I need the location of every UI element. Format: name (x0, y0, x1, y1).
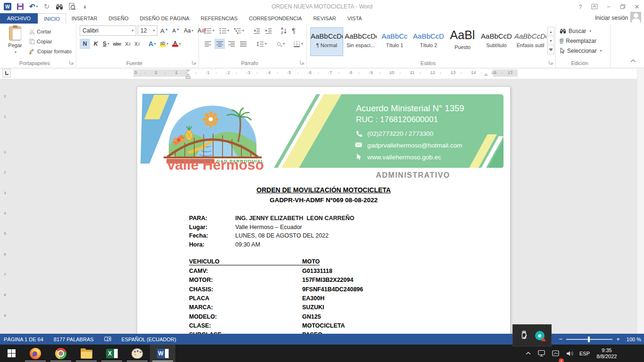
tab-diseno[interactable]: DISEÑO (103, 13, 134, 24)
taskbar-explorer[interactable] (74, 345, 99, 362)
copy-button[interactable]: Copiar (29, 36, 72, 46)
decrease-indent-button[interactable] (252, 25, 262, 36)
ruler-mark: 17 (502, 69, 518, 77)
style-subtle-emphasis[interactable]: AaBbCcDcÉnfasis sutil (514, 27, 547, 56)
font-dialog-launcher[interactable] (192, 60, 197, 65)
tray-clock[interactable]: 9:358/8/2022 (592, 345, 621, 362)
shading-button[interactable]: ▾ (274, 39, 287, 49)
justify-button[interactable] (238, 39, 248, 49)
taskbar-paint[interactable] (124, 345, 150, 362)
align-right-button[interactable] (226, 39, 237, 49)
sign-in-link[interactable]: Iniciar sesión (595, 13, 628, 24)
document-page[interactable]: Acuerdo Ministerial N° 1359 RUC : 176812… (137, 86, 511, 334)
text-effects-button[interactable]: A▾ (147, 39, 157, 49)
styles-scroll-down[interactable]: ▼ (547, 36, 554, 45)
numbering-button[interactable]: ▾ (218, 25, 231, 36)
page-indicator[interactable]: PÁGINA 1 DE 64 (4, 337, 43, 342)
clipboard-dialog-launcher[interactable] (69, 60, 74, 65)
multilevel-list-button[interactable]: ▾ (232, 25, 246, 36)
align-left-button[interactable] (203, 39, 213, 49)
language-indicator[interactable]: ESPAÑOL (ECUADOR) (122, 337, 176, 342)
sort-button[interactable]: AZ (280, 25, 289, 36)
word-count[interactable]: 8177 PALABRAS (54, 337, 94, 342)
taskbar-word[interactable]: W (150, 345, 175, 362)
tab-referencias[interactable]: REFERENCIAS (195, 13, 243, 24)
style-heading2[interactable]: AaBbCcDTítulo 2 (412, 27, 445, 56)
tab-correspondencia[interactable]: CORRESPONDENCIA (243, 13, 307, 24)
font-family-combo[interactable]: Calibri▾ (80, 25, 136, 36)
tab-diseno-pagina[interactable]: DISEÑO DE PÁGINA (134, 13, 195, 24)
align-center-button[interactable] (215, 39, 225, 49)
grow-font-button[interactable]: A▲ (159, 25, 170, 36)
tray-network-icon[interactable] (536, 345, 548, 362)
taskbar-firefox[interactable] (23, 345, 48, 362)
styles-gallery-expand[interactable]: ▬▼ (547, 45, 554, 54)
style-no-spacing[interactable]: AaBbCcDcSin espaci... (344, 27, 377, 56)
bullets-button[interactable]: ▾ (203, 25, 216, 36)
borders-button[interactable]: ▾ (292, 39, 305, 49)
left-indent-marker[interactable] (186, 76, 190, 79)
antivirus-tray-icon[interactable]: e (535, 331, 545, 340)
shrink-font-button[interactable]: A▼ (171, 25, 181, 36)
taskbar-excel[interactable]: X (99, 345, 124, 362)
tab-inicio[interactable]: INICIO (38, 13, 66, 24)
right-indent-marker[interactable] (484, 73, 488, 76)
tab-insertar[interactable]: INSERTAR (66, 13, 103, 24)
proofing-icon[interactable] (104, 336, 111, 342)
paragraph-dialog-launcher[interactable] (300, 60, 305, 65)
zoom-slider-thumb[interactable] (588, 337, 590, 342)
format-painter-button[interactable]: Copiar formato (29, 46, 72, 56)
styles-dialog-launcher[interactable] (549, 60, 553, 65)
subscript-button[interactable]: X2 (124, 39, 132, 49)
ruler-mark: 13 (443, 69, 463, 77)
tab-vista[interactable]: VISTA (342, 13, 368, 24)
style-subtitle[interactable]: AaBbCcDSubtítulo (480, 27, 513, 56)
user-avatar-icon[interactable] (630, 12, 641, 23)
close-button[interactable]: ✕ (630, 0, 644, 13)
italic-button[interactable]: K (91, 39, 100, 49)
style-heading1[interactable]: AaBbCcTítulo 1 (378, 27, 411, 56)
first-line-indent-marker[interactable] (186, 69, 190, 72)
style-title[interactable]: AaBlPuesto (446, 27, 479, 56)
restore-button[interactable] (616, 0, 630, 13)
increase-indent-button[interactable] (264, 25, 273, 36)
tray-chevron-button[interactable] (522, 345, 534, 362)
document-canvas[interactable]: Acuerdo Ministerial N° 1359 RUC : 176812… (0, 79, 644, 334)
vertical-scrollbar[interactable] (637, 69, 644, 334)
tab-archivo[interactable]: ARCHIVO (0, 13, 38, 24)
line-spacing-button[interactable]: ▾ (255, 39, 268, 49)
tray-language[interactable]: ESP (577, 345, 592, 362)
style-normal[interactable]: AaBbCcDc¶ Normal (310, 27, 343, 56)
change-case-button[interactable]: Aa▾ (182, 25, 195, 36)
start-button[interactable] (0, 345, 23, 362)
styles-scroll-up[interactable]: ▲ (547, 27, 554, 36)
usb-drive-icon[interactable] (520, 330, 528, 341)
minimize-button[interactable]: − (602, 0, 616, 13)
tab-revisar[interactable]: REVISAR (307, 13, 341, 24)
cut-button[interactable]: Cortar (29, 26, 72, 36)
select-menu-button[interactable]: Seleccionar▾ (560, 46, 602, 56)
taskbar-chrome[interactable] (48, 345, 74, 362)
tray-security-icon[interactable]: ! (550, 345, 562, 362)
tab-stop-selector[interactable] (2, 69, 11, 77)
collapse-ribbon-button[interactable] (630, 59, 636, 63)
find-menu-button[interactable]: Buscar▾ (560, 26, 602, 36)
paste-button[interactable]: Pegar ▾ (3, 25, 27, 65)
strikethrough-button[interactable]: abc (112, 39, 123, 49)
help-button[interactable]: ? (573, 0, 587, 13)
highlight-color-button[interactable]: ab▾ (158, 39, 170, 49)
zoom-level[interactable]: 100 % (627, 337, 641, 342)
show-marks-button[interactable]: ¶ (290, 25, 297, 36)
underline-button[interactable]: S▾ (101, 39, 111, 49)
hanging-indent-marker[interactable] (186, 73, 190, 76)
replace-button[interactable]: abac Reemplazar (560, 36, 602, 46)
zoom-out-button[interactable]: − (559, 335, 563, 344)
tray-volume-icon[interactable] (564, 345, 576, 362)
zoom-in-button[interactable]: + (616, 335, 620, 344)
superscript-button[interactable]: X2 (133, 39, 141, 49)
ribbon-display-options-button[interactable] (587, 0, 602, 13)
font-size-combo[interactable]: 12▾ (138, 25, 157, 36)
bold-button[interactable]: N (80, 39, 90, 49)
font-color-button[interactable]: A▾ (171, 39, 182, 49)
zoom-slider[interactable] (566, 339, 612, 340)
